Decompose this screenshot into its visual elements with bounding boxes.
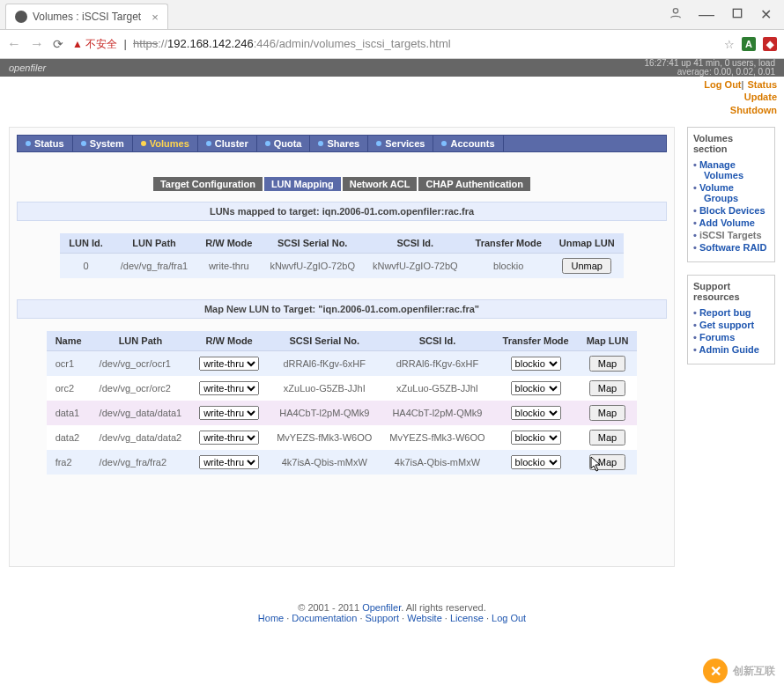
support-item-get-support[interactable]: Get support — [693, 320, 769, 330]
map-button[interactable]: Map — [589, 454, 625, 470]
unmap-button[interactable]: Unmap — [562, 258, 610, 274]
subtab-lun-mapping[interactable]: LUN Mapping — [264, 177, 341, 191]
subtab-network-acl[interactable]: Network ACL — [343, 177, 418, 191]
rw-mode-select[interactable]: write-thru — [199, 406, 259, 420]
transfer-mode-select[interactable]: blockio — [511, 381, 561, 395]
footer-link-license[interactable]: License — [450, 613, 484, 623]
col-header: LUN Id. — [60, 233, 112, 254]
link-status[interactable]: Status — [747, 79, 777, 90]
link-update[interactable]: Update — [744, 92, 777, 102]
user-icon[interactable] — [669, 6, 683, 23]
rw-mode-select[interactable]: write-thru — [199, 431, 259, 445]
rw-mode-select[interactable]: write-thru — [199, 381, 259, 395]
menu-dot-icon — [318, 141, 323, 146]
footer-link-support[interactable]: Support — [366, 613, 400, 623]
sidebar-item-add-volume[interactable]: Add Volume — [693, 217, 769, 228]
close-window-icon[interactable]: ✕ — [760, 6, 772, 23]
cell-name: data2 — [47, 425, 91, 450]
cell-scsi-id: xZuLuo-G5ZB-JJhI — [381, 376, 493, 401]
table-row: ocr1/dev/vg_ocr/ocr1write-thrudRRAl6-fKg… — [47, 350, 638, 376]
menu-dot-icon — [376, 141, 381, 146]
rw-mode-select[interactable]: write-thru — [199, 455, 259, 469]
col-header: SCSI Serial No. — [261, 233, 364, 254]
footer-link-home[interactable]: Home — [258, 613, 284, 623]
col-header: Unmap LUN — [551, 233, 624, 254]
transfer-mode-select[interactable]: blockio — [511, 431, 561, 445]
footer-link-documentation[interactable]: Documentation — [292, 613, 357, 623]
cell-serial: MvYEZS-fMk3-W6OO — [268, 425, 381, 450]
cell-transfer: blockio — [494, 376, 578, 401]
svg-point-0 — [673, 9, 677, 13]
bookmark-icon[interactable]: ☆ — [724, 38, 735, 51]
footer-link-log-out[interactable]: Log Out — [492, 613, 526, 623]
cell-lun-path: /dev/vg_ocr/orc2 — [91, 376, 191, 401]
col-header: R/W Mode — [190, 331, 268, 351]
menu-item-cluster[interactable]: Cluster — [198, 136, 257, 151]
menu-item-quota[interactable]: Quota — [257, 136, 311, 151]
cell-rw: write-thru — [190, 425, 268, 450]
link-logout[interactable]: Log Out — [704, 79, 741, 90]
map-button[interactable]: Map — [589, 356, 625, 372]
cell-lun-id: 0 — [60, 253, 112, 278]
transfer-mode-select[interactable]: blockio — [511, 455, 561, 469]
map-button[interactable]: Map — [589, 380, 625, 396]
openfiler-header: openfiler 16:27:41 up 41 min, 0 users, l… — [0, 59, 784, 77]
sidebar-item-software-raid[interactable]: Software RAID — [693, 242, 769, 253]
extension-a-icon[interactable]: A — [742, 37, 756, 51]
col-header: Map LUN — [578, 331, 638, 351]
transfer-mode-select[interactable]: blockio — [511, 357, 561, 371]
cell-scsi-id: HA4CbT-l2pM-QMk9 — [381, 401, 493, 425]
sub-tabs: Target ConfigurationLUN MappingNetwork A… — [17, 177, 667, 191]
insecure-icon: ▲ — [72, 38, 83, 50]
menu-item-accounts[interactable]: Accounts — [433, 136, 503, 151]
support-item-forums[interactable]: Forums — [693, 332, 769, 342]
footer-link-website[interactable]: Website — [407, 613, 442, 623]
minimize-icon[interactable]: — — [699, 5, 714, 24]
main-menu: StatusSystemVolumesClusterQuotaSharesSer… — [17, 135, 667, 152]
rw-mode-select[interactable]: write-thru — [199, 357, 259, 371]
back-icon[interactable]: ← — [7, 36, 21, 52]
col-header: SCSI Id. — [381, 331, 493, 351]
support-item-report-bug[interactable]: Report bug — [693, 307, 769, 318]
reload-icon[interactable]: ⟳ — [53, 37, 63, 51]
sidebar-item-block-devices[interactable]: Block Devices — [693, 205, 769, 216]
col-header: Name — [47, 331, 91, 351]
cell-transfer: blockio — [494, 350, 578, 376]
mapped-luns-table: LUN Id.LUN PathR/W ModeSCSI Serial No.SC… — [60, 233, 623, 278]
cell-scsi-id: MvYEZS-fMk3-W6OO — [381, 425, 493, 450]
url-field[interactable]: ▲ 不安全 | https://192.168.142.246:446/admi… — [72, 37, 715, 52]
menu-item-status[interactable]: Status — [18, 136, 73, 151]
subtab-chap-authentication[interactable]: CHAP Authentication — [418, 177, 530, 191]
subtab-target-configuration[interactable]: Target Configuration — [153, 177, 263, 191]
volumes-section-panel: Volumes section Manage VolumesVolume Gro… — [687, 127, 775, 262]
maximize-icon[interactable] — [730, 6, 744, 23]
menu-item-system[interactable]: System — [73, 136, 133, 151]
col-header: LUN Path — [91, 331, 191, 351]
sidebar-item-volume-groups[interactable]: Volume Groups — [693, 182, 769, 203]
close-tab-icon[interactable]: × — [152, 11, 159, 24]
cell-lun-path: /dev/vg_fra/fra2 — [91, 450, 191, 475]
link-shutdown[interactable]: Shutdown — [730, 105, 777, 115]
browser-tab-strip: Volumes : iSCSI Target × — ✕ — [0, 0, 784, 30]
map-button[interactable]: Map — [589, 405, 625, 421]
map-button[interactable]: Map — [589, 430, 625, 445]
support-panel: Support resources Report bugGet supportF… — [687, 275, 775, 364]
support-item-admin-guide[interactable]: Admin Guide — [693, 344, 769, 355]
menu-dot-icon — [206, 141, 211, 146]
sidebar-item-iscsi-targets[interactable]: iSCSI Targets — [693, 230, 769, 240]
menu-item-volumes[interactable]: Volumes — [133, 136, 198, 151]
cell-transfer: blockio — [494, 450, 578, 475]
extension-shield-icon[interactable]: ◆ — [763, 37, 777, 51]
browser-tab[interactable]: Volumes : iSCSI Target × — [5, 4, 168, 29]
col-header: SCSI Serial No. — [268, 331, 381, 351]
favicon-icon — [15, 11, 27, 23]
sidebar-item-manage-volumes[interactable]: Manage Volumes — [693, 159, 769, 180]
mapnew-heading: Map New LUN to Target: "iqn.2006-01.com.… — [17, 299, 667, 319]
address-bar: ← → ⟳ ▲ 不安全 | https://192.168.142.246:44… — [0, 30, 784, 59]
footer-brand-link[interactable]: Openfiler — [362, 602, 401, 613]
menu-item-shares[interactable]: Shares — [310, 136, 368, 151]
transfer-mode-select[interactable]: blockio — [511, 406, 561, 420]
menu-item-services[interactable]: Services — [368, 136, 433, 151]
col-header: Transfer Mode — [467, 233, 551, 254]
uptime-text: 16:27:41 up 41 min, 0 users, load averag… — [645, 59, 775, 77]
